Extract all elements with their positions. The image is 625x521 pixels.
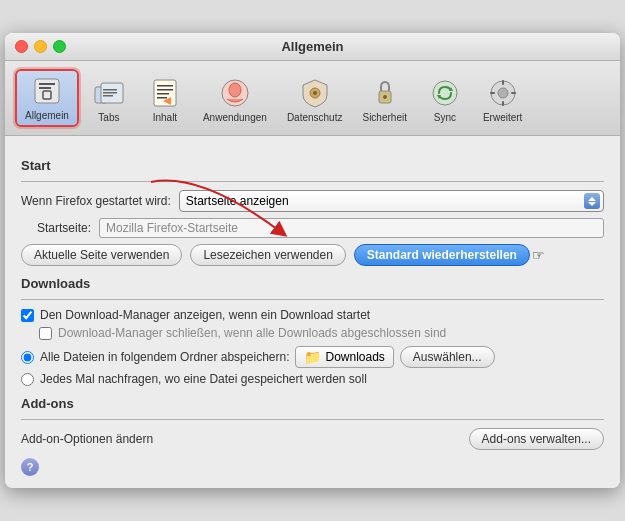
svg-rect-6 [103,89,117,91]
titlebar: Allgemein [5,33,620,61]
help-button[interactable]: ? [21,458,39,476]
downloads-section-title: Downloads [21,276,604,291]
startseite-row: Startseite: [21,218,604,238]
radio-ask-location[interactable] [21,373,34,386]
svg-rect-11 [157,89,173,91]
svg-point-21 [433,81,457,105]
firefox-start-select-wrapper[interactable]: Startseite anzeigen [179,190,604,212]
preferences-window: Allgemein Allgemein [5,33,620,488]
toolbar-item-inhalt[interactable]: Inhalt [139,73,191,127]
svg-rect-28 [490,92,495,94]
radio-fixed-folder[interactable] [21,351,34,364]
downloads-divider [21,299,604,300]
downloads-folder-badge: 📁 Downloads [295,346,393,368]
close-button[interactable] [15,40,28,53]
toolbar-item-sync[interactable]: Sync [419,73,471,127]
svg-rect-8 [103,95,113,97]
sicherheit-label: Sicherheit [362,112,406,123]
auswaehlen-button[interactable]: Auswählen... [400,346,495,368]
inhalt-icon [149,77,181,109]
window-title: Allgemein [281,39,343,54]
startseite-input[interactable] [99,218,604,238]
svg-rect-2 [39,87,51,89]
checkbox-close-manager[interactable] [39,327,52,340]
toolbar-item-tabs[interactable]: Tabs [83,73,135,127]
minimize-button[interactable] [34,40,47,53]
svg-rect-13 [157,97,167,99]
addons-row: Add-on-Optionen ändern Add-ons verwalten… [21,428,604,450]
checkbox1-row: Den Download-Manager anzeigen, wenn ein … [21,308,604,322]
svg-rect-27 [502,101,504,106]
radio1-label: Alle Dateien in folgendem Ordner abspeic… [40,350,289,364]
firefox-start-row: Wenn Firefox gestartet wird: Startseite … [21,190,604,212]
firefox-start-value[interactable]: Startseite anzeigen [179,190,604,212]
allgemein-icon [31,75,63,107]
checkbox-download-manager[interactable] [21,309,34,322]
checkbox2-row: Download-Manager schließen, wenn alle Do… [21,326,604,340]
addons-divider [21,419,604,420]
content-area: Start Wenn Firefox gestartet wird: Start… [5,136,620,488]
aktuelle-seite-button[interactable]: Aktuelle Seite verwenden [21,244,182,266]
toolbar-item-datenschutz[interactable]: Datenschutz [279,73,351,127]
toolbar-item-anwendungen[interactable]: Anwendungen [195,73,275,127]
toolbar-item-allgemein[interactable]: Allgemein [15,69,79,127]
allgemein-label: Allgemein [25,110,69,121]
toolbar-item-sicherheit[interactable]: Sicherheit [354,73,414,127]
svg-rect-10 [157,85,173,87]
buttons-container: Aktuelle Seite verwenden Lesezeichen ver… [21,244,604,266]
svg-rect-26 [502,80,504,85]
toolbar: Allgemein Tabs [5,61,620,136]
checkbox1-label: Den Download-Manager anzeigen, wenn ein … [40,308,370,322]
start-section-title: Start [21,158,604,173]
startseite-label: Startseite: [21,221,91,235]
svg-rect-29 [511,92,516,94]
sync-icon [429,77,461,109]
addons-manage-button[interactable]: Add-ons verwalten... [469,428,604,450]
lesezeichen-button[interactable]: Lesezeichen verwenden [190,244,345,266]
svg-rect-7 [103,92,117,94]
anwendungen-icon [219,77,251,109]
cursor-icon: ☞ [532,247,545,263]
firefox-start-label: Wenn Firefox gestartet wird: [21,194,171,208]
checkbox2-label: Download-Manager schließen, wenn alle Do… [58,326,446,340]
anwendungen-label: Anwendungen [203,112,267,123]
button-row: Aktuelle Seite verwenden Lesezeichen ver… [21,244,604,266]
save-folder-row: Alle Dateien in folgendem Ordner abspeic… [21,346,604,368]
svg-point-20 [383,95,387,99]
addons-section-title: Add-ons [21,396,604,411]
inhalt-label: Inhalt [153,112,177,123]
addons-section: Add-ons Add-on-Optionen ändern Add-ons v… [21,396,604,450]
downloads-section: Downloads Den Download-Manager anzeigen,… [21,276,604,386]
svg-point-18 [313,91,317,95]
erweitert-label: Erweitert [483,112,522,123]
radio2-label: Jedes Mal nachfragen, wo eine Datei gesp… [40,372,367,386]
svg-point-25 [498,88,508,98]
sync-label: Sync [434,112,456,123]
svg-point-16 [229,83,241,97]
svg-rect-1 [39,83,55,85]
firefox-start-arrow [584,193,600,209]
arrow-down-icon [588,202,596,206]
datenschutz-icon [299,77,331,109]
svg-rect-12 [157,93,169,95]
start-divider [21,181,604,182]
tabs-icon [93,77,125,109]
datenschutz-label: Datenschutz [287,112,343,123]
tabs-label: Tabs [98,112,119,123]
toolbar-item-erweitert[interactable]: Erweitert [475,73,530,127]
folder-name: Downloads [325,350,384,364]
arrow-up-icon [588,197,596,201]
standard-wiederherstellen-button[interactable]: Standard wiederherstellen [354,244,530,266]
erweitert-icon [487,77,519,109]
sicherheit-icon [369,77,401,109]
maximize-button[interactable] [53,40,66,53]
addons-change-label: Add-on-Optionen ändern [21,432,153,446]
folder-icon: 📁 [304,349,321,365]
ask-location-row: Jedes Mal nachfragen, wo eine Datei gesp… [21,372,604,386]
traffic-lights [15,40,66,53]
